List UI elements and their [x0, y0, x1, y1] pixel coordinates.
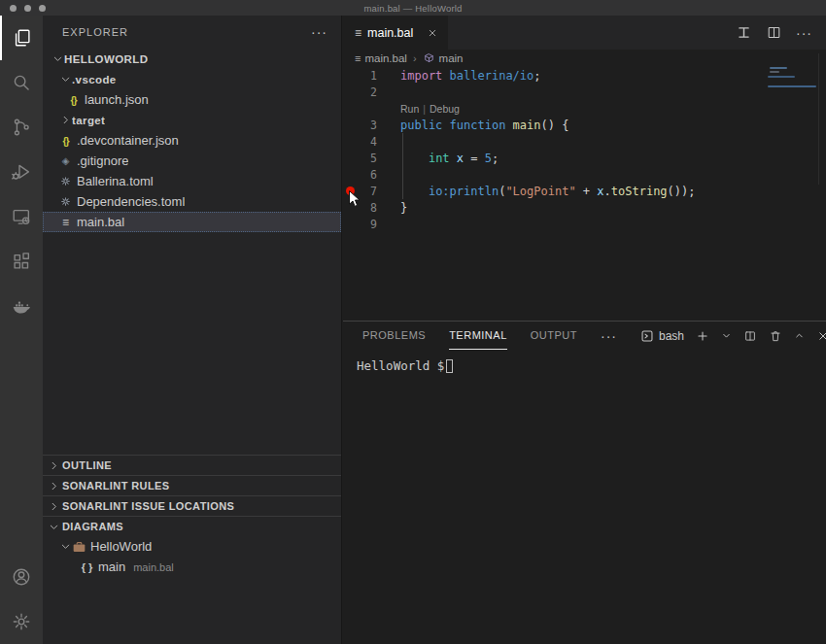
- chevron-down-icon[interactable]: [51, 52, 64, 66]
- line-number[interactable]: 9: [343, 218, 377, 231]
- braces-icon: {}: [58, 135, 73, 147]
- panel-tab-bar: PROBLEMSTERMINALOUTPUT···bash: [343, 322, 826, 350]
- activity-bar-items: [0, 16, 43, 328]
- code-text[interactable]: int x = 5;: [400, 152, 499, 165]
- explorer-sidebar: EXPLORER ··· HELLOWORLD.vscode{}launch.j…: [43, 16, 342, 644]
- tab-main-bal[interactable]: ≡ main.bal: [343, 16, 448, 50]
- line-number[interactable]: 2: [343, 85, 377, 99]
- code-text[interactable]: }: [400, 201, 407, 215]
- code-line-1: 1import ballerina/io;: [343, 67, 826, 84]
- chevron-down-icon: [47, 520, 60, 533]
- code-line-3: 3public function main() {: [343, 117, 826, 133]
- split-terminal-button[interactable]: [743, 329, 757, 343]
- chevron-right-icon: [47, 458, 60, 472]
- activity-item-source-control[interactable]: [0, 105, 43, 150]
- terminal-dropdown-icon[interactable]: [721, 330, 732, 341]
- breadcrumb-item-symbol[interactable]: main: [439, 52, 464, 64]
- line-number[interactable]: 1: [343, 69, 377, 83]
- activity-item-account[interactable]: [0, 555, 43, 599]
- tree-item-label: .vscode: [72, 74, 117, 85]
- line-number[interactable]: 3: [343, 119, 377, 132]
- bottom-panel: PROBLEMSTERMINALOUTPUT···bash HelloWorld…: [343, 321, 826, 644]
- ballerina-diagram-icon[interactable]: [736, 24, 752, 41]
- code-line-8: 8}: [343, 199, 826, 216]
- terminal-cursor: [446, 359, 453, 373]
- chevron-right-icon: [47, 499, 60, 513]
- line-number[interactable]: 4: [343, 135, 377, 149]
- code-text[interactable]: import ballerina/io;: [400, 69, 541, 83]
- panel-tab-terminal[interactable]: TERMINAL: [449, 322, 507, 350]
- activity-item-settings[interactable]: [0, 599, 43, 644]
- maximize-panel-button[interactable]: [794, 330, 805, 341]
- braces-pair-icon: { }: [80, 561, 94, 573]
- tree-item-target[interactable]: target: [43, 110, 341, 130]
- search-icon: [11, 72, 32, 93]
- section-header-outline[interactable]: OUTLINE: [43, 455, 341, 475]
- activity-item-docker[interactable]: [0, 284, 43, 328]
- chevron-down-icon[interactable]: [58, 73, 72, 86]
- window-title: main.bal — HelloWorld: [0, 3, 826, 14]
- gear-icon: [58, 176, 73, 186]
- tree-item-launch-json[interactable]: {}launch.json: [43, 89, 341, 110]
- gear-icon: [58, 196, 73, 207]
- activity-bar: [0, 16, 43, 644]
- chevron-down-icon[interactable]: [58, 540, 72, 554]
- tree-item-vscode[interactable]: .vscode: [43, 69, 341, 89]
- kill-terminal-button[interactable]: [769, 329, 782, 343]
- code-line-7: 7 io:println("LogPoint" + x.toString());: [343, 183, 826, 199]
- tree-item-dependencies-toml[interactable]: Dependencies.toml: [43, 191, 341, 212]
- activity-item-run-and-debug[interactable]: [0, 150, 43, 194]
- file-icon: ≡: [355, 26, 361, 40]
- chevron-right-icon[interactable]: [58, 114, 72, 127]
- panel-more-actions-button[interactable]: ···: [601, 332, 617, 340]
- activity-item-explorer[interactable]: [0, 16, 43, 60]
- tree-item-gitignore[interactable]: ◈.gitignore: [43, 151, 341, 171]
- panel-tab-output[interactable]: OUTPUT: [531, 322, 577, 350]
- tree-item-main[interactable]: { }mainmain.bal: [43, 557, 341, 577]
- tree-item-label: Dependencies.toml: [77, 194, 185, 209]
- new-terminal-button[interactable]: [696, 329, 709, 343]
- title-bar: main.bal — HelloWorld: [0, 0, 826, 16]
- explorer-more-actions-button[interactable]: ···: [311, 27, 327, 37]
- activity-item-remote-explorer[interactable]: [0, 194, 43, 239]
- breadcrumb-item-file[interactable]: main.bal: [364, 52, 406, 64]
- tab-close-icon[interactable]: [427, 27, 438, 39]
- explorer-file-tree: HELLOWORLD.vscode{}launch.jsontarget{}.d…: [43, 49, 341, 232]
- tree-item-main-bal[interactable]: ≡main.bal: [43, 212, 341, 232]
- explorer-icon: [12, 27, 33, 49]
- editor-scrollbar[interactable]: [818, 53, 819, 185]
- codelens-debug-link[interactable]: Debug: [430, 103, 460, 115]
- code-editor[interactable]: 1import ballerina/io;2Run|Debug3public f…: [343, 67, 826, 321]
- editor-more-actions-button[interactable]: ···: [796, 29, 812, 37]
- panel-tab-problems[interactable]: PROBLEMS: [362, 322, 426, 350]
- line-number[interactable]: 5: [343, 152, 377, 165]
- sidebar-header: EXPLORER ···: [43, 16, 341, 49]
- minimap[interactable]: [768, 67, 818, 106]
- tree-item-devcontainer-json[interactable]: {}.devcontainer.json: [43, 130, 341, 151]
- breadcrumb: ≡ main.bal › main: [343, 50, 826, 67]
- braces-icon: {}: [66, 94, 81, 106]
- section-header-sonarlint-issue-locations[interactable]: SONARLINT ISSUE LOCATIONS: [43, 495, 341, 516]
- code-text[interactable]: public function main() {: [400, 119, 568, 132]
- tree-item-ballerina-toml[interactable]: Ballerina.toml: [43, 171, 341, 191]
- tree-item-label: .devcontainer.json: [77, 133, 179, 148]
- codelens: Run|Debug: [343, 100, 826, 117]
- close-panel-button[interactable]: [816, 329, 826, 343]
- activity-item-extensions[interactable]: [0, 239, 43, 284]
- code-text[interactable]: io:println("LogPoint" + x.toString());: [400, 185, 696, 198]
- line-number[interactable]: 6: [343, 168, 377, 182]
- tree-item-helloworld[interactable]: HELLOWORLD: [43, 49, 341, 69]
- tree-item-label: main: [98, 559, 125, 574]
- split-editor-icon[interactable]: [766, 24, 782, 41]
- run-and-debug-icon: [11, 161, 32, 183]
- terminal-content[interactable]: HelloWorld $: [343, 350, 826, 373]
- terminal-picker[interactable]: bash: [640, 329, 684, 343]
- codelens-run-link[interactable]: Run: [400, 103, 419, 115]
- tree-item-helloworld[interactable]: HelloWorld: [43, 536, 341, 557]
- account-icon: [11, 566, 32, 588]
- section-header-diagrams[interactable]: DIAGRAMS: [43, 516, 341, 536]
- section-header-sonarlint-rules[interactable]: SONARLINT RULES: [43, 475, 341, 495]
- breadcrumb-separator: ›: [413, 52, 417, 64]
- activity-item-search[interactable]: [0, 60, 43, 105]
- panel-controls: bash: [640, 329, 826, 343]
